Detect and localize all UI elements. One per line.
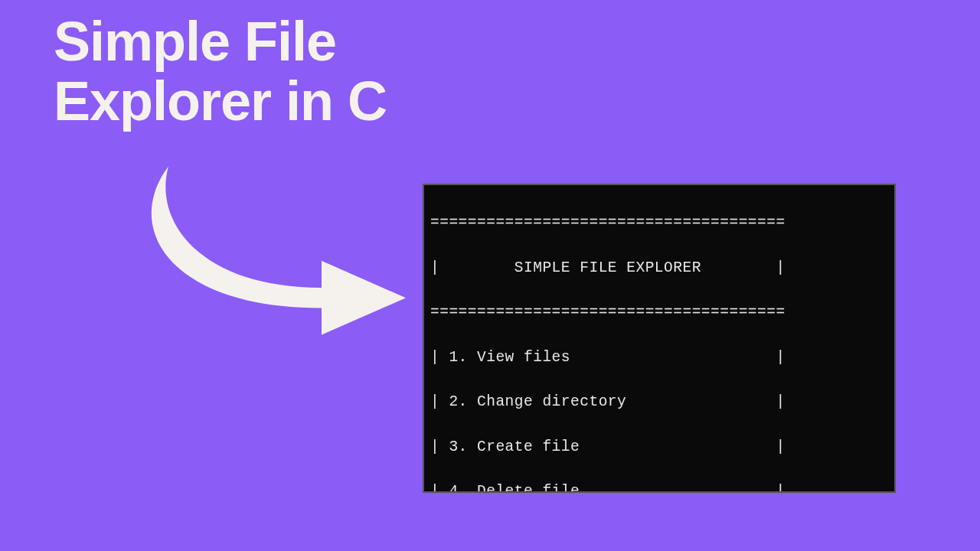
terminal-divider: ======================================	[430, 302, 888, 324]
terminal-window: ====================================== |…	[423, 184, 896, 493]
terminal-divider: ======================================	[430, 212, 888, 234]
terminal-header: | SIMPLE FILE EXPLORER |	[430, 257, 888, 279]
title-line-1: Simple File	[54, 12, 387, 72]
menu-item-change-directory: | 2. Change directory |	[430, 391, 888, 413]
title-line-2: Explorer in C	[54, 72, 387, 132]
menu-item-create-file: | 3. Create file |	[430, 436, 888, 458]
arrow-icon	[145, 153, 421, 344]
page-title: Simple File Explorer in C	[54, 12, 387, 132]
menu-item-view-files: | 1. View files |	[430, 347, 888, 369]
menu-item-delete-file: | 4. Delete file |	[430, 481, 888, 493]
